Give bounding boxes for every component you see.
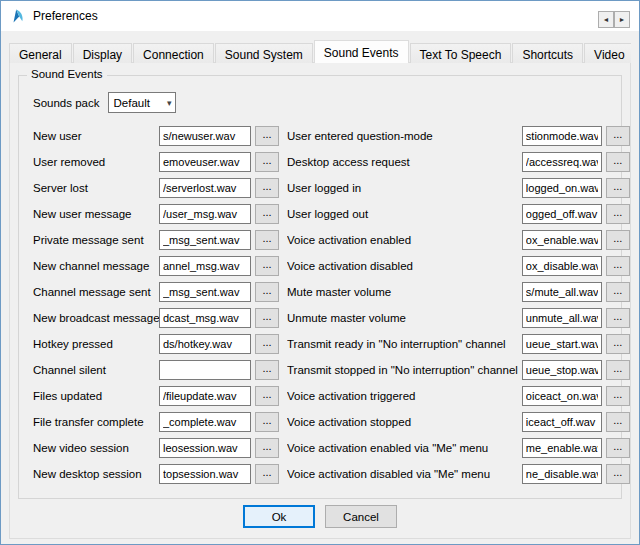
sound-event-label: User logged out xyxy=(287,208,522,220)
browse-button[interactable]: ... xyxy=(255,126,279,146)
sound-file-input[interactable] xyxy=(522,464,602,484)
sound-event-row: New user message... xyxy=(33,204,279,224)
browse-button[interactable]: ... xyxy=(606,204,630,224)
sound-events-groupbox: Sound Events Sounds pack Default ▾ New u… xyxy=(18,75,622,499)
sound-event-row: New desktop session... xyxy=(33,464,279,484)
sound-file-input[interactable] xyxy=(522,230,602,250)
sound-event-label: Mute master volume xyxy=(287,286,522,298)
sound-event-label: User removed xyxy=(33,156,159,168)
browse-button[interactable]: ... xyxy=(255,256,279,276)
sound-file-input[interactable] xyxy=(159,464,251,484)
sound-event-label: File transfer complete xyxy=(33,416,159,428)
sound-file-input[interactable] xyxy=(522,334,602,354)
browse-button[interactable]: ... xyxy=(606,256,630,276)
sound-event-label: Unmute master volume xyxy=(287,312,522,324)
tab-scroll-right-button[interactable]: ► xyxy=(614,11,630,28)
tab-scroll: ◄ ► xyxy=(598,11,630,28)
browse-button[interactable]: ... xyxy=(606,334,630,354)
sound-event-label: New channel message xyxy=(33,260,159,272)
sound-file-input[interactable] xyxy=(159,412,251,432)
browse-button[interactable]: ... xyxy=(606,152,630,172)
browse-button[interactable]: ... xyxy=(255,178,279,198)
tab-general[interactable]: General xyxy=(9,43,72,63)
sound-file-input[interactable] xyxy=(159,230,251,250)
sound-file-input[interactable] xyxy=(522,282,602,302)
sound-file-input[interactable] xyxy=(159,204,251,224)
browse-button[interactable]: ... xyxy=(606,412,630,432)
tab-video[interactable]: Video xyxy=(584,43,631,63)
tab-shortcuts[interactable]: Shortcuts xyxy=(512,43,583,63)
sound-file-input[interactable] xyxy=(522,204,602,224)
sound-file-input[interactable] xyxy=(522,438,602,458)
sound-event-label: Files updated xyxy=(33,390,159,402)
sound-file-input[interactable] xyxy=(159,360,251,380)
sound-file-input[interactable] xyxy=(522,308,602,328)
tab-scroll-left-button[interactable]: ◄ xyxy=(598,11,614,28)
browse-button[interactable]: ... xyxy=(606,178,630,198)
sound-file-input[interactable] xyxy=(522,412,602,432)
sound-event-label: Channel silent xyxy=(33,364,159,376)
browse-button[interactable]: ... xyxy=(255,360,279,380)
sound-event-label: Hotkey pressed xyxy=(33,338,159,350)
window-title: Preferences xyxy=(33,9,98,23)
browse-button[interactable]: ... xyxy=(255,412,279,432)
sound-file-input[interactable] xyxy=(522,360,602,380)
sound-event-row: Channel silent... xyxy=(33,360,279,380)
sound-event-row: Voice activation disabled via "Me" menu.… xyxy=(287,464,630,484)
sound-event-row: Voice activation stopped... xyxy=(287,412,630,432)
browse-button[interactable]: ... xyxy=(606,282,630,302)
sound-file-input[interactable] xyxy=(522,178,602,198)
sound-file-input[interactable] xyxy=(522,256,602,276)
sound-file-input[interactable] xyxy=(159,152,251,172)
sound-event-row: Voice activation enabled... xyxy=(287,230,630,250)
sound-file-input[interactable] xyxy=(159,334,251,354)
browse-button[interactable]: ... xyxy=(255,464,279,484)
sound-event-label: Desktop access request xyxy=(287,156,522,168)
sound-file-input[interactable] xyxy=(159,282,251,302)
sound-file-input[interactable] xyxy=(522,126,602,146)
browse-button[interactable]: ... xyxy=(606,464,630,484)
sound-file-input[interactable] xyxy=(159,178,251,198)
browse-button[interactable]: ... xyxy=(606,386,630,406)
tab-display[interactable]: Display xyxy=(73,43,132,63)
sound-file-input[interactable] xyxy=(159,386,251,406)
sound-file-input[interactable] xyxy=(159,438,251,458)
sound-events-tab-pane: Sound Events Sounds pack Default ▾ New u… xyxy=(9,62,631,539)
browse-button[interactable]: ... xyxy=(255,308,279,328)
browse-button[interactable]: ... xyxy=(606,230,630,250)
browse-button[interactable]: ... xyxy=(255,230,279,250)
sound-event-label: Voice activation enabled via "Me" menu xyxy=(287,442,522,454)
tab-sound-events[interactable]: Sound Events xyxy=(314,40,409,63)
browse-button[interactable]: ... xyxy=(606,126,630,146)
sound-event-row: Mute master volume... xyxy=(287,282,630,302)
ok-button[interactable]: Ok xyxy=(243,505,315,528)
sound-file-input[interactable] xyxy=(159,308,251,328)
browse-button[interactable]: ... xyxy=(255,204,279,224)
browse-button[interactable]: ... xyxy=(255,152,279,172)
sound-file-input[interactable] xyxy=(522,152,602,172)
sounds-pack-row: Sounds pack Default ▾ xyxy=(33,92,613,113)
tab-connection[interactable]: Connection xyxy=(133,43,214,63)
sound-event-row: Desktop access request... xyxy=(287,152,630,172)
cancel-button[interactable]: Cancel xyxy=(325,505,397,528)
browse-button[interactable]: ... xyxy=(606,308,630,328)
sound-file-input[interactable] xyxy=(522,386,602,406)
tab-text-to-speech[interactable]: Text To Speech xyxy=(410,43,512,63)
sound-event-row: File transfer complete... xyxy=(33,412,279,432)
sound-event-label: New video session xyxy=(33,442,159,454)
tab-sound-system[interactable]: Sound System xyxy=(215,43,313,63)
sounds-pack-select[interactable]: Default ▾ xyxy=(108,92,176,113)
browse-button[interactable]: ... xyxy=(255,438,279,458)
sound-events-right-column: User entered question-mode...Desktop acc… xyxy=(287,126,630,490)
browse-button[interactable]: ... xyxy=(606,438,630,458)
arrow-left-icon: ◄ xyxy=(603,16,610,23)
sound-file-input[interactable] xyxy=(159,256,251,276)
browse-button[interactable]: ... xyxy=(255,386,279,406)
browse-button[interactable]: ... xyxy=(606,360,630,380)
arrow-right-icon: ► xyxy=(619,16,626,23)
sound-event-row: New video session... xyxy=(33,438,279,458)
browse-button[interactable]: ... xyxy=(255,334,279,354)
browse-button[interactable]: ... xyxy=(255,282,279,302)
chevron-down-icon: ▾ xyxy=(167,98,172,108)
sound-file-input[interactable] xyxy=(159,126,251,146)
